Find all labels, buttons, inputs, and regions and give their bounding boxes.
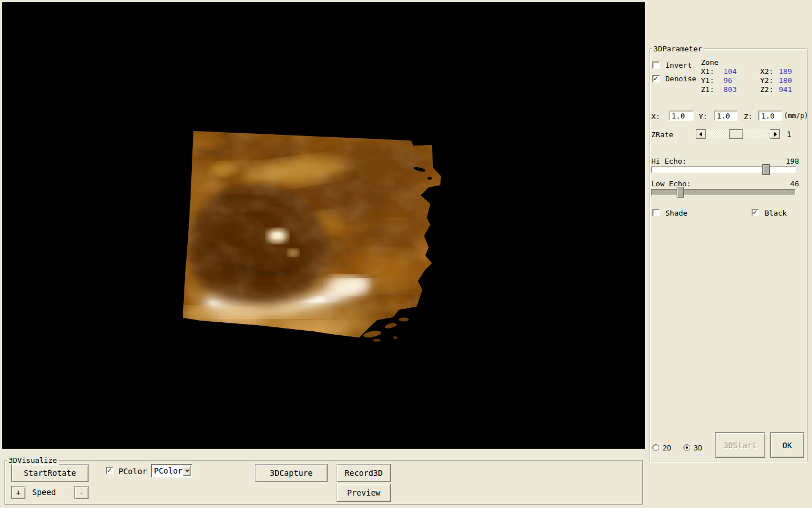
chevron-down-icon <box>185 470 189 472</box>
ultrasound-render <box>2 2 645 449</box>
denoise-label: Denoise <box>665 75 696 83</box>
zrate-right-button[interactable] <box>770 129 780 139</box>
pcolor-dropdown-value: PColor <box>152 466 183 475</box>
parameter-group-title: 3DParameter <box>652 45 704 53</box>
hi-echo-label: Hi Echo: <box>651 157 687 165</box>
invert-label: Invert <box>665 61 692 69</box>
hi-echo-value: 198 <box>786 157 799 165</box>
scale-x-label: X: <box>651 112 660 121</box>
start-rotate-button[interactable]: StartRotate <box>11 464 89 482</box>
preview-button[interactable]: Preview <box>337 484 391 502</box>
pcolor-dropdown[interactable]: PColor <box>151 464 192 478</box>
zone-x2-label: X2: <box>760 67 773 76</box>
low-echo-label: Low Echo: <box>651 179 691 188</box>
zone-z2-label: Z2: <box>760 85 773 94</box>
mode-2d-radio[interactable] <box>652 444 659 451</box>
zone-x2-value: 189 <box>779 67 792 76</box>
hi-echo-thumb[interactable] <box>762 164 770 175</box>
zone-z1-label: Z1: <box>701 85 714 94</box>
zone-y1-value: 96 <box>723 76 732 85</box>
scale-y-label: Y: <box>699 112 708 121</box>
application-window: 3DParameter Invert Denoise Zone X1: 104 … <box>0 0 812 508</box>
record3d-button[interactable]: Record3D <box>337 464 391 482</box>
invert-checkbox[interactable] <box>652 62 660 69</box>
visualize-group-title: 3DVisualize <box>7 456 59 465</box>
render-viewport[interactable] <box>2 2 645 449</box>
zone-title: Zone <box>701 58 718 67</box>
scale-z-label: Z: <box>744 112 753 121</box>
low-echo-value: 46 <box>790 179 799 188</box>
mode-3d-radio[interactable] <box>683 444 690 451</box>
low-echo-slider[interactable] <box>651 189 796 195</box>
ok-button[interactable]: OK <box>770 432 804 458</box>
scale-x-input[interactable] <box>669 111 694 121</box>
zone-z2-value: 941 <box>779 85 792 94</box>
zrate-label: ZRate <box>651 130 673 139</box>
zrate-left-button[interactable] <box>696 129 706 139</box>
speed-plus-button[interactable]: + <box>11 486 25 499</box>
zone-x1-label: X1: <box>701 67 714 76</box>
zone-y2-value: 180 <box>779 76 792 85</box>
speed-minus-button[interactable]: - <box>74 486 89 499</box>
scale-y-input[interactable] <box>714 111 738 121</box>
scale-z-input[interactable] <box>758 111 782 121</box>
low-echo-thumb[interactable] <box>677 187 684 198</box>
mode-2d-label: 2D <box>663 444 672 452</box>
3dstart-button[interactable]: 3DStart <box>715 432 765 458</box>
shade-checkbox[interactable] <box>652 209 660 216</box>
pcolor-label: PColor <box>118 467 147 476</box>
zone-z1-value: 803 <box>723 85 736 94</box>
black-label: Black <box>765 209 787 217</box>
black-checkbox[interactable] <box>752 209 759 216</box>
shade-label: Shade <box>665 209 687 217</box>
speed-label: Speed <box>32 488 56 497</box>
zrate-value: 1 <box>787 130 791 139</box>
denoise-checkbox[interactable] <box>652 75 660 82</box>
scale-unit-label: (mm/p) <box>784 112 808 120</box>
zone-x1-value: 104 <box>723 67 736 76</box>
zone-y1-label: Y1: <box>701 76 714 85</box>
hi-echo-slider[interactable] <box>651 167 796 173</box>
zrate-thumb[interactable] <box>729 129 743 139</box>
pcolor-dropdown-button[interactable] <box>183 466 191 476</box>
scroll-left-icon <box>699 132 702 137</box>
zone-y2-label: Y2: <box>760 76 773 85</box>
3dcapture-button[interactable]: 3DCapture <box>255 464 328 482</box>
pcolor-checkbox[interactable] <box>106 467 113 474</box>
scroll-right-icon <box>774 132 777 137</box>
mode-3d-label: 3D <box>694 444 703 452</box>
